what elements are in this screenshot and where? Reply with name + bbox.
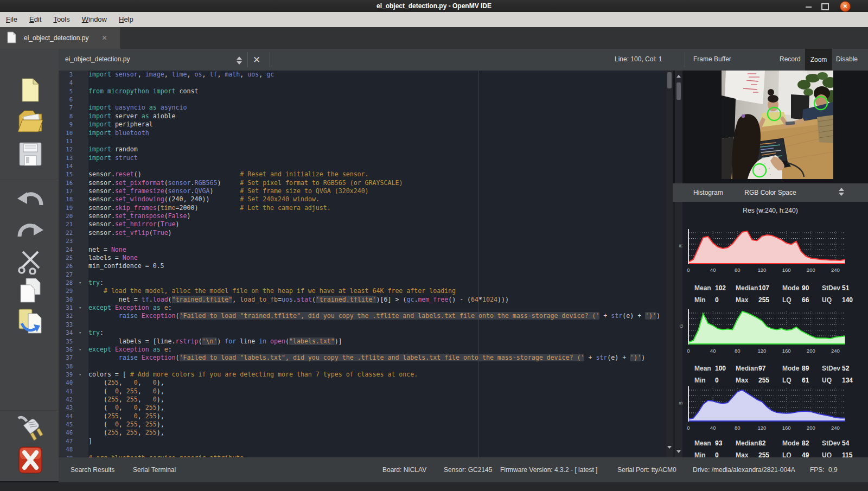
code-line: 4 <box>59 79 666 87</box>
stat-label-R-Mode: Mode <box>782 284 799 292</box>
code-line: 41 ( 0, 255, 0), <box>59 387 666 396</box>
stop-x-icon <box>18 446 43 474</box>
open-file-button[interactable] <box>16 107 44 135</box>
menu-help[interactable]: Help <box>113 12 139 27</box>
code-line: 9import peripheral <box>59 120 666 129</box>
menu-tools[interactable]: Tools <box>47 12 75 27</box>
cut-button[interactable] <box>16 247 44 276</box>
close-file-icon[interactable]: ✕ <box>253 54 260 66</box>
editor-scrollbar-handle[interactable] <box>667 72 672 88</box>
connect-button[interactable] <box>16 415 44 443</box>
code-line: 16sensor.set_pixformat(sensor.RGB565) # … <box>59 179 666 187</box>
stat-value-G-Mode: 89 <box>802 365 809 372</box>
stat-label-G-LQ: LQ <box>782 377 792 384</box>
scissors-icon <box>17 248 43 275</box>
code-line: 24net = None <box>59 246 666 254</box>
bottom-strip <box>0 482 868 491</box>
stat-value-B-StDev: 54 <box>842 439 849 447</box>
axis-tick: 40 <box>706 425 719 431</box>
minimize-icon[interactable] <box>806 7 812 8</box>
disable-button[interactable]: Disable <box>836 55 858 63</box>
code-line: 29 # load the model, alloc the model fil… <box>59 287 666 295</box>
code-line: 28▾try: <box>59 279 666 287</box>
openmv-ide-window: ei_object_detection.py - OpenMV IDE ✕ Fi… <box>0 0 868 491</box>
stat-value-B-Mode: 82 <box>802 439 809 447</box>
code-line: 5from micropython import const <box>59 87 666 95</box>
zoom-button[interactable]: Zoom <box>805 49 832 71</box>
code-line: 33 <box>59 321 666 329</box>
maximize-icon[interactable] <box>821 3 829 10</box>
code-line: 22sensor.set_vflip(True) <box>59 229 666 237</box>
code-line: 39▾colors = [ # Add more colors if you a… <box>59 371 666 379</box>
menu-file[interactable]: File <box>0 12 23 27</box>
stat-label-G-StDev: StDev <box>822 365 840 372</box>
menu-window[interactable]: Window <box>76 12 113 27</box>
histogram-plot-G <box>688 308 845 345</box>
toolbar-separator <box>0 179 59 180</box>
new-file-icon <box>20 78 41 103</box>
tab-ei-object-detection[interactable]: ei_object_detection.py ✕ <box>0 27 121 49</box>
axis-tick: 0 <box>682 348 695 354</box>
colorspace-spinner-icon[interactable] <box>839 188 844 196</box>
stat-label-B-Mean: Mean <box>694 439 711 447</box>
paste-icon <box>17 307 43 335</box>
axis-tick: 0 <box>682 425 695 431</box>
code-line: 8import server as aioble <box>59 112 666 120</box>
stat-label-G-Median: Median <box>736 365 758 372</box>
code-line: 46 (255, 255, 255), <box>59 429 666 437</box>
undo-icon <box>16 186 44 212</box>
panel-scrollbar[interactable] <box>675 71 682 457</box>
plug-icon <box>16 415 44 443</box>
menu-edit[interactable]: Edit <box>23 12 47 27</box>
stat-value-G-LQ: 61 <box>802 377 809 384</box>
sensor-status: Sensor: GC2145 <box>444 466 492 474</box>
code-line: 47] <box>59 437 666 445</box>
stat-value-B-Mean: 93 <box>715 439 722 447</box>
close-icon[interactable]: ✕ <box>840 1 851 12</box>
new-file-button[interactable] <box>16 76 44 104</box>
code-line: 48 <box>59 445 666 454</box>
stat-value-R-Mean: 102 <box>715 284 726 292</box>
stat-label-R-LQ: LQ <box>782 296 792 304</box>
code-line: 12import random <box>59 145 666 154</box>
tab-close-icon[interactable]: ✕ <box>101 34 107 42</box>
drive-status: Drive: /media/alexandra/2821-004A <box>693 466 795 474</box>
stat-value-R-Mode: 90 <box>802 284 809 292</box>
stat-value-R-StDev: 51 <box>842 284 849 292</box>
resolution-label: Res (w:240, h:240) <box>673 207 868 214</box>
stat-label-B-StDev: StDev <box>822 439 840 447</box>
axis-tick: 200 <box>805 348 818 354</box>
stat-label-R-Mean: Mean <box>694 284 711 292</box>
stat-value-R-UQ: 140 <box>842 296 853 304</box>
editor-scroll-down-icon[interactable] <box>667 446 672 449</box>
stop-button[interactable] <box>16 446 44 474</box>
editor-header <box>59 49 868 71</box>
undo-button[interactable] <box>16 184 44 213</box>
redo-button[interactable] <box>16 216 44 244</box>
code-line: 30 net = tf.load("trained.tflite", load_… <box>59 296 666 304</box>
code-line: 11 <box>59 137 666 145</box>
stat-value-G-StDev: 52 <box>842 365 849 372</box>
paste-button[interactable] <box>16 307 44 335</box>
save-button[interactable] <box>16 140 44 168</box>
camera-frame[interactable] <box>722 71 833 179</box>
file-icon <box>7 31 16 45</box>
stat-label-G-UQ: UQ <box>822 377 832 384</box>
record-button[interactable]: Record <box>780 55 801 63</box>
file-selector-spinner-icon[interactable] <box>237 56 242 65</box>
panel-scroll-up-icon[interactable] <box>676 75 681 78</box>
tab-search-results[interactable]: Search Results <box>71 466 114 474</box>
copy-button[interactable] <box>16 277 44 305</box>
code-line: 7import uasyncio as asyncio <box>59 104 666 112</box>
panel-scrollbar-handle[interactable] <box>676 82 681 100</box>
tab-serial-terminal[interactable]: Serial Terminal <box>133 466 176 474</box>
statusbar: Search Results Serial Terminal Board: NI… <box>59 457 868 482</box>
tab-strip <box>0 27 868 49</box>
panel-scroll-down-icon[interactable] <box>676 450 681 453</box>
serial-port-status: Serial Port: ttyACM0 <box>617 466 676 474</box>
open-file-selector[interactable]: ei_object_detection.py <box>65 55 130 63</box>
editor-scrollbar[interactable] <box>666 71 673 457</box>
copy-icon <box>18 277 42 304</box>
code-line: 14 <box>59 162 666 170</box>
code-line: 25labels = None <box>59 254 666 262</box>
